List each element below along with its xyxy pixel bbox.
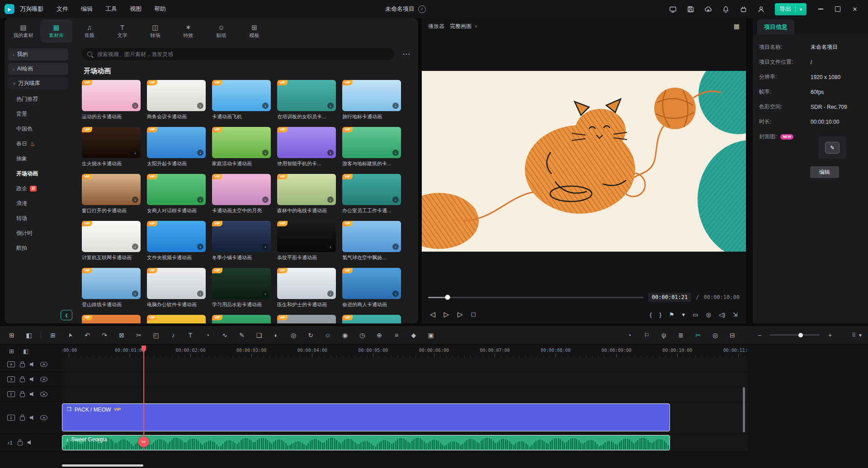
media-item[interactable]: VIP 游客与地标建筑的卡... <box>342 127 401 167</box>
download-icon[interactable] <box>197 150 203 156</box>
mark-in-icon[interactable]: { <box>650 311 651 318</box>
zoom-slider[interactable] <box>770 334 820 336</box>
tab-transitions[interactable]: ◫ 转场 <box>139 20 171 42</box>
media-thumbnail[interactable]: VIP <box>147 127 206 158</box>
seek-handle[interactable] <box>445 295 450 300</box>
undo-icon[interactable]: ↶ <box>82 332 93 339</box>
zoom-slider-handle[interactable] <box>798 333 803 337</box>
media-manager-icon[interactable]: ⊞ <box>47 332 58 339</box>
menu-item[interactable]: 帮助 <box>149 3 171 15</box>
media-thumbnail[interactable]: VIP <box>82 80 141 111</box>
download-icon[interactable] <box>132 290 138 297</box>
speed-icon[interactable]: ◔ <box>202 332 213 339</box>
media-item[interactable]: VIP <box>277 315 336 323</box>
tab-project-info[interactable]: 项目信息 <box>757 19 794 34</box>
player-mode-select[interactable]: 完整画面 ˅ <box>450 23 477 30</box>
download-icon[interactable] <box>262 290 269 297</box>
callout-icon[interactable]: ✎ <box>236 332 247 339</box>
tab-my-media[interactable]: ▤ 我的素材 <box>7 20 39 42</box>
media-item[interactable]: VIP 氢气球在空中飘扬... <box>342 221 401 261</box>
tab-effects[interactable]: ✶ 特效 <box>172 20 204 42</box>
sidebar-item-abstract[interactable]: 抽象 <box>5 151 72 166</box>
time-ruler-ticks[interactable]: :00:0000:00:01:0000:00:02:0000:00:03:000… <box>62 345 748 357</box>
media-thumbnail[interactable]: VIP <box>147 174 206 205</box>
track-lane[interactable] <box>62 357 748 372</box>
media-thumbnail[interactable]: VIP <box>277 268 336 299</box>
lock-icon[interactable] <box>20 378 25 382</box>
cloud-upload-icon[interactable] <box>704 5 712 13</box>
media-item[interactable]: VIP 文件夹视频卡通动画 <box>147 221 206 261</box>
hide-track-icon[interactable] <box>40 415 47 420</box>
menu-item[interactable]: 编辑 <box>76 3 98 15</box>
timeline-clip-audio[interactable]: Sweet Georgia <box>62 435 670 450</box>
select-tool-icon[interactable]: ➤ <box>66 329 75 341</box>
track-lane[interactable]: Sweet Georgia <box>62 434 748 452</box>
menu-item[interactable]: 文件 <box>52 3 73 15</box>
media-thumbnail[interactable]: VIP <box>212 127 271 158</box>
lock-icon[interactable] <box>20 363 25 367</box>
export-button[interactable]: 导出 ▾ <box>775 3 807 15</box>
mask-icon[interactable]: ◐ <box>271 332 282 339</box>
media-item[interactable]: VIP 学习用品水彩卡通动画 <box>212 268 271 308</box>
zoom-out-icon[interactable]: − <box>754 332 765 339</box>
fullscreen-icon[interactable]: ⇲ <box>733 311 738 318</box>
sidebar-item-spring[interactable]: 春日 ♨ <box>5 136 72 151</box>
duration-icon[interactable]: ◷ <box>357 332 368 339</box>
media-item[interactable]: VIP 登山路线卡通动画 <box>82 268 141 308</box>
sidebar-collapse-button[interactable]: ❮ <box>61 310 72 320</box>
download-icon[interactable] <box>262 103 269 109</box>
minimize-button[interactable] <box>812 0 829 18</box>
marker-flag-icon[interactable]: ⚑ <box>669 311 675 318</box>
download-icon[interactable] <box>392 103 399 109</box>
split-scissors-icon[interactable]: ✂ <box>138 436 149 447</box>
sidebar-item-romance[interactable]: 浪漫 <box>5 196 72 211</box>
play-icon[interactable]: ▷ <box>444 310 449 318</box>
redo-icon[interactable]: ↷ <box>99 332 110 339</box>
media-item[interactable]: VIP 计算机互联网卡通动画 <box>82 221 141 261</box>
download-icon[interactable] <box>327 290 334 297</box>
record-icon[interactable]: ◉ <box>340 332 350 339</box>
media-item[interactable]: VIP 女商人对话框卡通动画 <box>147 174 206 214</box>
sidebar-item-transition[interactable]: 转场 <box>5 211 72 226</box>
lock-icon[interactable] <box>18 441 23 445</box>
download-icon[interactable] <box>197 103 203 109</box>
menu-item[interactable]: 视图 <box>125 3 146 15</box>
download-icon[interactable] <box>327 103 334 109</box>
rotate-icon[interactable]: ↻ <box>305 332 316 339</box>
account-icon[interactable] <box>757 5 765 13</box>
save-icon[interactable] <box>687 5 694 13</box>
media-item[interactable]: VIP 奋进的商人卡通动画 <box>342 268 401 308</box>
media-thumbnail[interactable]: VIP <box>82 221 141 252</box>
media-item[interactable]: VIP 使用智能手机的卡... <box>277 127 336 167</box>
media-item[interactable]: VIP 生火烧水卡通动画 <box>82 127 141 167</box>
maximize-button[interactable] <box>829 0 846 18</box>
tab-stickers[interactable]: ☺ 贴纸 <box>205 20 237 42</box>
motion-track-icon[interactable]: ◎ <box>288 332 299 339</box>
download-icon[interactable] <box>392 197 399 203</box>
mute-icon[interactable] <box>28 440 33 445</box>
timeline-horizontal-scrollbar[interactable] <box>62 464 143 467</box>
freeze-frame-icon[interactable]: ▣ <box>425 332 436 339</box>
export-caret-icon[interactable]: ▾ <box>800 7 802 12</box>
download-icon[interactable] <box>327 243 334 250</box>
media-thumbnail[interactable]: VIP <box>342 315 401 323</box>
previous-frame-icon[interactable]: ◁ <box>430 310 435 318</box>
media-item[interactable]: VIP 运动的云卡通动画 <box>82 80 141 120</box>
media-item[interactable]: VIP 家庭活动卡通动画 <box>212 127 271 167</box>
media-thumbnail[interactable]: VIP <box>342 174 401 205</box>
download-icon[interactable] <box>132 197 138 203</box>
media-item[interactable]: VIP 冬季小镇卡通动画 <box>212 221 271 261</box>
media-thumbnail[interactable]: VIP <box>147 268 206 299</box>
quick-text-icon[interactable]: T <box>185 332 196 339</box>
download-icon[interactable] <box>392 290 399 297</box>
zoom-in-icon[interactable]: + <box>825 332 835 339</box>
timeline-vertical-scrollbar[interactable] <box>743 387 745 432</box>
download-icon[interactable] <box>132 150 138 156</box>
media-item[interactable]: VIP 卡通动画太空中的月亮 <box>212 174 271 214</box>
add-track-icon[interactable]: ⊞ <box>9 348 14 355</box>
media-thumbnail[interactable]: VIP <box>212 174 271 205</box>
media-thumbnail[interactable]: VIP <box>147 315 206 323</box>
lock-icon[interactable] <box>20 417 25 421</box>
cover-edit-icon[interactable]: ✎ <box>825 142 840 154</box>
search-bar[interactable] <box>82 48 394 60</box>
